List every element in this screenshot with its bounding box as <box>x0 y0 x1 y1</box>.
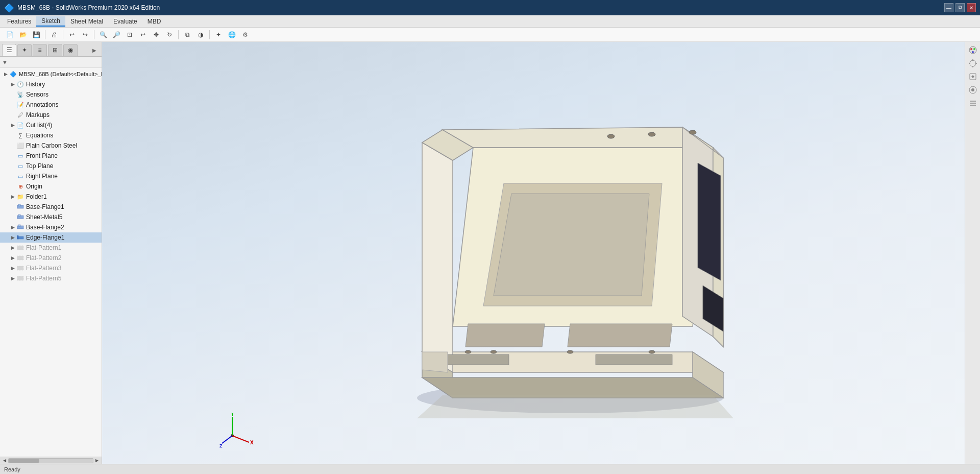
diagonal-top <box>443 127 713 148</box>
coordinate-axes: Y X Z <box>219 413 250 443</box>
zoom-box-button[interactable]: ⊡ <box>124 29 135 40</box>
bottom-scrollbar[interactable]: ◀ ▶ <box>0 457 102 464</box>
filter-row: ▼ <box>0 57 102 68</box>
toolbar-separator-3 <box>94 30 94 39</box>
tree-item-flat-pattern3[interactable]: ▶ Flat-Pattern3 <box>0 263 102 273</box>
root-label: MBSM_68B (Default<<Default>_PhotoV <box>19 71 102 77</box>
flat-pattern5-icon <box>16 274 24 282</box>
restore-button[interactable]: ⧉ <box>955 3 965 12</box>
display-style-button[interactable]: ◑ <box>195 29 206 40</box>
markups-expand-placeholder <box>9 111 16 118</box>
tree-item-markups[interactable]: 🖊 Markups <box>0 110 102 120</box>
title-bar: 🔷 MBSM_68B - SolidWorks Premium 2020 x64… <box>0 0 980 15</box>
scroll-left-btn[interactable]: ◀ <box>1 457 8 464</box>
tab-display-manager[interactable]: ◉ <box>63 44 78 56</box>
left-panel: ☰ ✦ ≡ ⊞ ◉ ▶ ▼ ▶ 🔷 MBSM_68B (Default<<Def… <box>0 42 102 464</box>
model-container <box>102 42 965 464</box>
save-button[interactable]: 💾 <box>31 29 42 40</box>
tree-item-front-plane[interactable]: ▭ Front Plane <box>0 151 102 161</box>
title-bar-right: — ⧉ ✕ <box>944 3 976 12</box>
pan-button[interactable]: ✥ <box>151 29 162 40</box>
flat-pattern5-expand-btn[interactable]: ▶ <box>9 275 16 282</box>
tree-item-cutlist[interactable]: ▶ 📄 Cut list(4) <box>0 120 102 130</box>
z-label: Z <box>219 443 223 448</box>
close-button[interactable]: ✕ <box>967 3 976 12</box>
origin-label: Origin <box>26 183 42 190</box>
tree-item-sheet-metal5[interactable]: Sheet-Metal5 <box>0 212 102 222</box>
view-orient-button[interactable]: ⧉ <box>182 29 193 40</box>
svg-rect-1 <box>18 204 20 206</box>
history-expand-btn[interactable]: ▶ <box>9 81 16 88</box>
cutlist-expand-btn[interactable]: ▶ <box>9 122 16 129</box>
menu-mbd[interactable]: MBD <box>142 17 166 26</box>
right-cutout <box>698 163 721 280</box>
root-expand-btn[interactable]: ▶ <box>2 70 9 78</box>
svg-rect-5 <box>18 225 20 226</box>
new-button[interactable]: 📄 <box>4 29 15 40</box>
appearances-button[interactable]: ✦ <box>213 29 224 40</box>
tree-item-base-flange2[interactable]: ▶ Base-Flange2 <box>0 222 102 232</box>
title-bar-left: 🔷 MBSM_68B - SolidWorks Premium 2020 x64… <box>4 3 160 13</box>
svg-point-14 <box>973 48 975 50</box>
tab-feature-manager[interactable]: ☰ <box>2 44 16 56</box>
tree-item-top-plane[interactable]: ▭ Top Plane <box>0 161 102 171</box>
flat-pattern1-icon <box>16 244 24 252</box>
menu-sketch[interactable]: Sketch <box>36 16 65 27</box>
edge-flange1-icon <box>16 233 24 242</box>
h-scrollbar-thumb[interactable] <box>9 459 39 463</box>
tree-item-flat-pattern1[interactable]: ▶ Flat-Pattern1 <box>0 243 102 253</box>
tab-dimxpert[interactable]: ⊞ <box>48 44 62 56</box>
rotate-button[interactable]: ↻ <box>164 29 175 40</box>
base-flange2-expand-btn[interactable]: ▶ <box>9 224 16 231</box>
panel-tab-more[interactable]: ▶ <box>89 44 100 56</box>
equations-expand-placeholder <box>9 132 16 139</box>
sheet-metal5-icon <box>16 213 24 221</box>
scroll-right-btn[interactable]: ▶ <box>93 457 101 464</box>
print-button[interactable]: 🖨 <box>48 29 60 40</box>
menu-evaluate[interactable]: Evaluate <box>108 17 142 26</box>
tab-config-manager[interactable]: ≡ <box>33 44 47 56</box>
feature-tree: ▶ 🔷 MBSM_68B (Default<<Default>_PhotoV ▶… <box>0 68 102 457</box>
tree-item-flat-pattern5[interactable]: ▶ Flat-Pattern5 <box>0 273 102 283</box>
flat-pattern1-label: Flat-Pattern1 <box>26 244 61 251</box>
tree-item-history[interactable]: ▶ 🕐 History <box>0 79 102 89</box>
redo-button[interactable]: ↪ <box>80 29 91 40</box>
undo-button[interactable]: ↩ <box>66 29 78 40</box>
tree-item-right-plane[interactable]: ▭ Right Plane <box>0 171 102 181</box>
tree-item-edge-flange1[interactable]: ▶ Edge-Flange1 <box>0 232 102 243</box>
flat-pattern3-expand-btn[interactable]: ▶ <box>9 265 16 272</box>
tree-item-material[interactable]: ⬜ Plain Carbon Steel <box>0 140 102 151</box>
tree-item-origin[interactable]: ⊕ Origin <box>0 181 102 192</box>
minimize-button[interactable]: — <box>944 3 953 12</box>
flat-pattern2-expand-btn[interactable]: ▶ <box>9 254 16 262</box>
tree-item-annotations[interactable]: 📝 Annotations <box>0 100 102 110</box>
zoom-to-fit-button[interactable]: 🔍 <box>97 29 109 40</box>
tree-item-sensors[interactable]: 📡 Sensors <box>0 89 102 100</box>
tree-item-flat-pattern2[interactable]: ▶ Flat-Pattern2 <box>0 253 102 263</box>
menu-features[interactable]: Features <box>2 17 36 26</box>
previous-view-button[interactable]: ↩ <box>137 29 149 40</box>
main-content: ☰ ✦ ≡ ⊞ ◉ ▶ ▼ ▶ 🔷 MBSM_68B (Default<<Def… <box>0 42 980 464</box>
sensors-expand-placeholder <box>9 91 16 98</box>
tree-item-folder1[interactable]: ▶ 📁 Folder1 <box>0 192 102 202</box>
scene-button[interactable]: 🌐 <box>226 29 237 40</box>
top-plane-expand-placeholder <box>9 162 16 170</box>
settings-button[interactable]: ⚙ <box>239 29 251 40</box>
tree-item-equations[interactable]: ∑ Equations <box>0 130 102 140</box>
annotations-label: Annotations <box>26 101 58 108</box>
folder1-expand-btn[interactable]: ▶ <box>9 193 16 200</box>
tree-root[interactable]: ▶ 🔷 MBSM_68B (Default<<Default>_PhotoV <box>0 69 102 79</box>
tree-item-base-flange1[interactable]: Base-Flange1 <box>0 202 102 212</box>
status-bar: Ready <box>0 464 980 474</box>
flat-pattern3-icon <box>16 264 24 272</box>
3d-viewport[interactable]: Y X Z <box>102 42 965 464</box>
zoom-to-area-button[interactable]: 🔎 <box>111 29 122 40</box>
menu-sheet-metal[interactable]: Sheet Metal <box>65 17 108 26</box>
screw-hole-3 <box>689 130 696 134</box>
flat-pattern1-expand-btn[interactable]: ▶ <box>9 244 16 251</box>
tab-property-manager[interactable]: ✦ <box>17 44 32 56</box>
edge-flange1-expand-btn[interactable]: ▶ <box>9 234 16 241</box>
x-axis <box>232 436 249 442</box>
open-button[interactable]: 📂 <box>17 29 29 40</box>
h-scrollbar-track[interactable] <box>8 458 93 463</box>
